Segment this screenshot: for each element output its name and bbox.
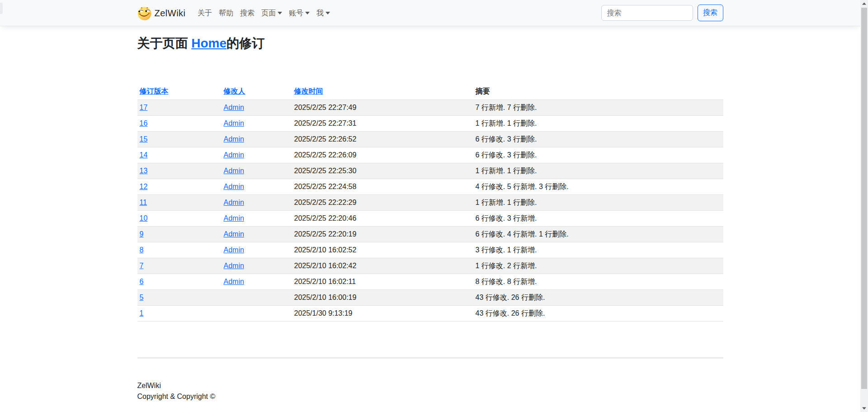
nav-item-label: 搜索: [240, 9, 255, 17]
revision-link[interactable]: 11: [140, 199, 147, 206]
navbar: ZelWiki 关于 帮助 搜索 页面 账号 我 搜索: [0, 0, 860, 26]
revision-link[interactable]: 15: [140, 135, 148, 143]
revision-link[interactable]: 16: [140, 119, 148, 127]
cell-editor: Admin: [222, 99, 292, 115]
editor-link[interactable]: Admin: [224, 214, 244, 222]
page-home-link[interactable]: Home: [191, 36, 226, 50]
revision-link[interactable]: 14: [140, 151, 148, 159]
brand-link[interactable]: ZelWiki: [137, 6, 186, 20]
editor-link[interactable]: Admin: [224, 135, 244, 143]
revision-time: 2025/2/25 22:22:29: [292, 194, 473, 210]
editor-link[interactable]: Admin: [224, 230, 244, 238]
browser-edge-tab: [0, 3, 3, 14]
revision-summary: 43 行修改. 26 行删除.: [473, 305, 723, 321]
editor-link[interactable]: Admin: [224, 246, 244, 254]
revision-summary: 3 行修改. 1 行新增.: [473, 242, 723, 258]
footer-brand: ZelWiki: [137, 380, 723, 391]
revision-summary: 6 行修改. 4 行新增. 1 行删除.: [473, 226, 723, 242]
editor-link[interactable]: Admin: [224, 199, 244, 206]
table-row: 8 Admin 2025/2/10 16:02:52 3 行修改. 1 行新增.: [137, 242, 723, 258]
cell-editor: Admin: [222, 258, 292, 274]
nav-item-label: 我: [316, 9, 324, 17]
chevron-down-icon: [278, 12, 282, 14]
revision-summary: 7 行新增. 7 行删除.: [473, 99, 723, 115]
nav-list-item: 关于: [194, 4, 216, 22]
cell-revision: 13: [137, 163, 222, 179]
revision-summary: 6 行修改. 3 行新增.: [473, 210, 723, 226]
scrollbar-up-arrow-icon[interactable]: [860, 0, 868, 8]
revision-time: 2025/2/10 16:02:11: [292, 274, 473, 289]
search-button[interactable]: 搜索: [698, 5, 723, 21]
nav-item-label: 页面: [261, 9, 276, 17]
scrollbar-thumb[interactable]: [861, 8, 867, 389]
revision-summary: 6 行修改. 3 行删除.: [473, 131, 723, 147]
revision-time: 2025/2/10 16:00:19: [292, 289, 473, 305]
nav-dropdown-pages[interactable]: 页面: [258, 4, 286, 22]
brand-name: ZelWiki: [155, 6, 186, 20]
table-row: 7 Admin 2025/2/10 16:02:42 1 行修改. 2 行新增.: [137, 258, 723, 274]
nav-item-about[interactable]: 关于: [194, 4, 216, 22]
editor-link[interactable]: Admin: [224, 167, 244, 175]
cell-editor: Admin: [222, 274, 292, 289]
table-row: 12 Admin 2025/2/25 22:24:58 4 行修改. 5 行新增…: [137, 179, 723, 194]
sort-time-link[interactable]: 修改时间: [294, 87, 323, 95]
footer-copyright: Copyright & Copyright ©: [137, 391, 723, 402]
cell-editor: Admin: [222, 147, 292, 163]
table-row: 5 2025/2/10 16:00:19 43 行修改. 26 行删除.: [137, 289, 723, 305]
scrollbar-down-arrow-icon[interactable]: [860, 404, 868, 412]
revision-link[interactable]: 5: [140, 294, 144, 301]
table-row: 10 Admin 2025/2/25 22:20:46 6 行修改. 3 行新增…: [137, 210, 723, 226]
table-header-row: 修订版本 修改人 修改时间 摘要: [137, 84, 723, 100]
cell-editor: Admin: [222, 194, 292, 210]
revision-time: 2025/2/25 22:26:52: [292, 131, 473, 147]
cell-revision: 16: [137, 115, 222, 131]
revision-summary: 1 行新增. 1 行删除.: [473, 115, 723, 131]
revision-time: 2025/2/25 22:24:58: [292, 179, 473, 194]
editor-link[interactable]: Admin: [224, 183, 244, 190]
title-prefix-text: 关于页面: [137, 36, 192, 50]
nav-dropdown-me[interactable]: 我: [313, 4, 334, 22]
search-form: 搜索: [601, 5, 723, 21]
nav-item-label: 关于: [198, 9, 212, 17]
nav-item-label: 帮助: [219, 9, 233, 17]
sort-editor-link[interactable]: 修改人: [224, 87, 245, 95]
nav-list-item: 我: [313, 4, 334, 22]
editor-link[interactable]: Admin: [224, 278, 244, 285]
editor-link[interactable]: Admin: [224, 151, 244, 159]
search-input[interactable]: [601, 5, 693, 21]
revision-summary: 4 行修改. 5 行新增. 3 行删除.: [473, 179, 723, 194]
table-row: 14 Admin 2025/2/25 22:26:09 6 行修改. 3 行删除…: [137, 147, 723, 163]
cell-revision: 14: [137, 147, 222, 163]
editor-link[interactable]: Admin: [224, 104, 244, 111]
nav-item-help[interactable]: 帮助: [216, 4, 237, 22]
nav-list-item: 搜索: [237, 4, 258, 22]
cell-revision: 1: [137, 305, 222, 321]
revision-link[interactable]: 6: [140, 278, 144, 285]
revision-time: 2025/2/25 22:20:46: [292, 210, 473, 226]
cell-revision: 8: [137, 242, 222, 258]
revision-link[interactable]: 17: [140, 104, 148, 111]
navbar-inner: ZelWiki 关于 帮助 搜索 页面 账号 我 搜索: [137, 0, 723, 26]
revision-link[interactable]: 7: [140, 262, 144, 270]
column-header-revision: 修订版本: [137, 84, 222, 100]
revision-link[interactable]: 13: [140, 167, 148, 175]
nav-item-search[interactable]: 搜索: [237, 4, 258, 22]
revision-link[interactable]: 1: [140, 309, 144, 317]
footer-divider: [137, 358, 723, 358]
revision-link[interactable]: 8: [140, 246, 144, 254]
revision-link[interactable]: 10: [140, 214, 148, 222]
revision-link[interactable]: 9: [140, 230, 144, 238]
cell-editor: Admin: [222, 163, 292, 179]
revision-time: 2025/2/25 22:25:30: [292, 163, 473, 179]
cell-revision: 15: [137, 131, 222, 147]
editor-link[interactable]: Admin: [224, 119, 244, 127]
editor-link[interactable]: Admin: [224, 262, 244, 270]
revision-time: 2025/2/25 22:27:49: [292, 99, 473, 115]
revision-link[interactable]: 12: [140, 183, 148, 190]
sort-revision-link[interactable]: 修订版本: [140, 87, 169, 95]
vertical-scrollbar[interactable]: [860, 0, 868, 412]
cell-editor: [222, 289, 292, 305]
nav-list-item: 帮助: [216, 4, 237, 22]
nav-dropdown-account[interactable]: 账号: [286, 4, 313, 22]
page-title: 关于页面 Home的修订: [137, 36, 723, 51]
